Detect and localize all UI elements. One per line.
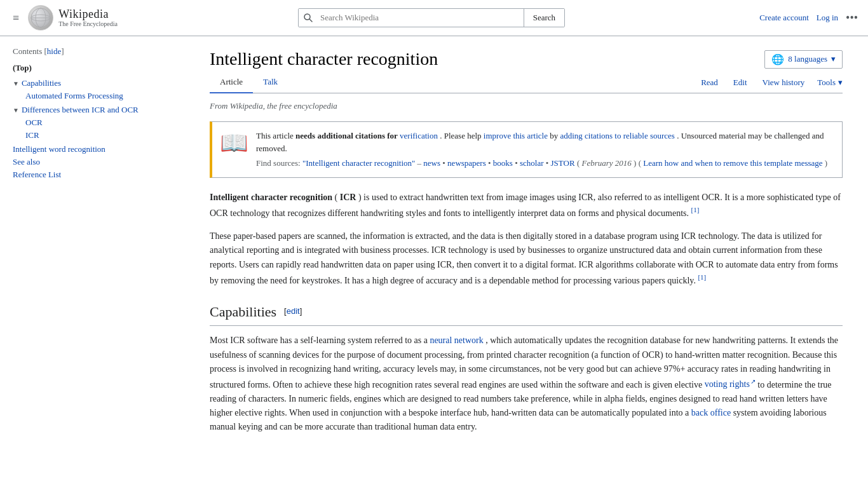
header-right: Create account Log in ••• [759,11,858,25]
toc-section-differences-header[interactable]: ▼ Differences between ICR and OCR [13,104,180,116]
notice-learn-link[interactable]: Learn how and when to remove this templa… [643,158,822,168]
lang-count: 8 languages [788,54,827,64]
toc-section-differences: ▼ Differences between ICR and OCR OCR IC… [13,104,180,142]
create-account-link[interactable]: Create account [759,13,809,23]
tabs-left: Article Talk [210,72,288,93]
toc-item-automated-forms[interactable]: Automated Forms Processing [25,90,180,102]
tabs-right: Read Edit View history Tools ▾ [698,72,843,93]
toc-sub-differences: OCR ICR [13,116,180,142]
article-body: Intelligent character recognition ( ICR … [210,191,843,435]
contents-label: Contents [13,46,42,56]
wiki-globe-icon [28,5,53,30]
notice-books-link[interactable]: books [493,158,513,168]
search-input[interactable] [318,9,524,27]
search-form: Search [298,8,565,27]
intro-paragraph-2: These paper-based papers are scanned, th… [210,229,843,288]
toc-triangle-capabilities: ▼ [13,80,19,87]
notice-news-link[interactable]: news [423,158,440,168]
toc-section-capabilities: ▼ Capabilities Automated Forms Processin… [13,77,180,102]
notice-scholar-link[interactable]: scholar [520,158,544,168]
cap-text-before: Most ICR software has a self-learning sy… [210,336,428,345]
search-button[interactable]: Search [524,9,564,27]
search-icon [299,9,318,27]
tools-label: Tools [817,78,836,88]
neural-network-link[interactable]: neural network [430,336,483,345]
toc-item-see-also[interactable]: See also [13,156,180,168]
notice-book-icon: 📖 [220,130,248,170]
toc-triangle-differences: ▼ [13,107,19,114]
toc-section-capabilities-label: Capabilities [22,78,61,88]
term-bold: Intelligent character recognition [210,193,332,202]
capabilities-edit-link[interactable]: edit [287,306,300,316]
log-in-link[interactable]: Log in [817,13,838,23]
hamburger-menu-icon[interactable]: ≡ [10,9,22,27]
voting-rights-link[interactable]: voting rights [705,379,756,389]
notice-text: This article needs additional citations … [256,130,834,170]
notice-text-after: . Please help [440,131,481,140]
intro-para2: These paper-based papers are scanned, th… [210,231,838,285]
capabilities-title: Capabilities [210,301,276,323]
tab-view-history[interactable]: View history [760,72,808,93]
notice-jstor-link[interactable]: JSTOR [551,158,575,168]
toc-item-reference-list[interactable]: Reference List [13,168,180,181]
tools-dropdown[interactable]: Tools ▾ [817,78,843,88]
notice-date: February 2016 [581,158,631,168]
toc-top[interactable]: (Top) [13,62,180,74]
svg-point-4 [31,8,50,27]
tab-edit[interactable]: Edit [731,72,750,93]
lang-chevron-icon: ▾ [831,54,836,64]
notice-bold: needs additional citations for [295,131,398,140]
intro-paragraph-1: Intelligent character recognition ( ICR … [210,191,843,220]
tab-read[interactable]: Read [698,72,721,93]
svg-line-6 [309,19,312,22]
language-selector[interactable]: 🌐 8 languages ▾ [764,50,843,69]
toc-sub-capabilities: Automated Forms Processing [13,90,180,102]
wiki-logo[interactable]: Wikipedia The Free Encyclopedia [28,5,118,30]
header: ≡ Wikipedia The Free Encyclopedia [0,0,868,36]
tools-chevron-icon: ▾ [838,78,843,88]
page-title: Intelligent character recognition [210,49,438,69]
notice-sources: Find sources: "Intelligent character rec… [256,157,834,170]
tabs-bar: Article Talk Read Edit View history Tool… [210,72,843,93]
toc-item-ocr[interactable]: OCR [25,116,180,129]
notice-box: 📖 This article needs additional citation… [210,121,843,178]
capabilities-paragraph-1: Most ICR software has a self-learning sy… [210,334,843,434]
notice-adding-link[interactable]: adding citations to reliable sources [560,131,675,140]
toc-hide-link[interactable]: hide [47,46,61,56]
back-office-link[interactable]: back office [691,408,731,417]
toc-section-capabilities-header[interactable]: ▼ Capabilities [13,77,180,90]
sidebar: Contents [hide] (Top) ▼ Capabilities Aut… [0,36,191,469]
wiki-title: Wikipedia [58,8,118,21]
ref-1[interactable]: [1] [691,206,700,214]
capabilities-heading: Capabilities [edit] [210,301,843,326]
page-header: Intelligent character recognition 🌐 8 la… [210,49,843,69]
header-left: ≡ Wikipedia The Free Encyclopedia [10,5,201,30]
main-content: Intelligent character recognition 🌐 8 la… [191,36,868,469]
notice-text-by: by [550,131,558,140]
notice-source-title[interactable]: "Intelligent character recognition" [302,158,415,168]
notice-text-before: This article [256,131,294,140]
notice-improve-link[interactable]: improve this article [484,131,548,140]
toc-title: Contents [hide] [13,46,180,57]
notice-newspapers-link[interactable]: newspapers [447,158,486,168]
toc-item-intelligent-word[interactable]: Intelligent word recognition [13,143,180,156]
tab-article[interactable]: Article [210,72,253,93]
wiki-subtitle: The Free Encyclopedia [58,20,118,27]
toc-item-icr[interactable]: ICR [25,129,180,142]
notice-verification-link[interactable]: verification [400,131,438,140]
tab-talk[interactable]: Talk [253,72,288,93]
lang-globe-icon: 🌐 [771,53,784,65]
more-options-icon[interactable]: ••• [846,11,858,25]
from-wiki: From Wikipedia, the free encyclopedia [210,101,843,111]
ref-2[interactable]: [1] [698,273,706,281]
toc-section-differences-label: Differences between ICR and OCR [22,105,139,115]
content-wrap: Contents [hide] (Top) ▼ Capabilities Aut… [0,36,868,469]
abbr-bold: ICR [340,193,356,202]
